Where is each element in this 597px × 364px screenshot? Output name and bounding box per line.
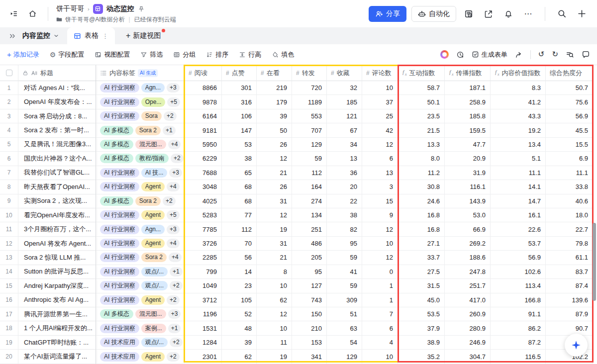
score-cell[interactable]: 56.9	[491, 251, 546, 265]
score-cell[interactable]: 15.5	[546, 138, 593, 152]
tags-cell[interactable]: AI 行业洞察Sora+2	[96, 109, 185, 123]
metric-cell[interactable]: 7	[362, 307, 398, 321]
score-cell[interactable]: 40.6	[546, 194, 593, 208]
metric-cell[interactable]: 23	[222, 279, 257, 293]
score-cell[interactable]: 280.9	[445, 321, 491, 335]
column-header-tags[interactable]: 内容标签AI 生成	[96, 65, 185, 81]
metric-cell[interactable]: 309	[327, 293, 362, 307]
row-number[interactable]: 11	[0, 222, 18, 236]
column-header-idx[interactable]	[0, 65, 18, 81]
metric-cell[interactable]: 1189	[292, 95, 327, 109]
metric-cell[interactable]: 62	[222, 350, 257, 364]
title-cell[interactable]: Anthropic 发布 AI Ag...	[18, 293, 96, 307]
metric-cell[interactable]: 486	[292, 237, 327, 251]
title-cell[interactable]: 实测Sora 2，这次现...	[18, 194, 96, 208]
metric-cell[interactable]: 106	[222, 109, 257, 123]
row-number[interactable]: 5	[0, 138, 18, 152]
score-cell[interactable]: 14.7	[491, 194, 546, 208]
metric-cell[interactable]: 62	[257, 293, 292, 307]
score-cell[interactable]: 31.5	[398, 279, 445, 293]
score-cell[interactable]: 87.4	[546, 279, 593, 293]
metric-cell[interactable]: 219	[257, 81, 292, 95]
tags-cell[interactable]: AI 行业洞察Agn...+3	[96, 222, 185, 236]
metric-cell[interactable]: 274	[292, 194, 327, 208]
new-view-button[interactable]: + 新建视图	[126, 27, 161, 44]
metric-cell[interactable]: 0	[362, 265, 398, 279]
score-cell[interactable]: 185.8	[445, 109, 491, 123]
metric-cell[interactable]: 19	[257, 222, 292, 236]
score-cell[interactable]: 87.9	[546, 307, 593, 321]
metric-cell[interactable]: 56	[222, 251, 257, 265]
title-cell[interactable]: 3个月圈粉百万，这个...	[18, 222, 96, 236]
column-header-content_value[interactable]: ƒx内容价值指数	[491, 65, 546, 81]
fill-color-button[interactable]: 填色	[272, 50, 294, 59]
score-cell[interactable]: 33.7	[398, 251, 445, 265]
score-cell[interactable]: 79.8	[546, 237, 593, 251]
score-cell[interactable]: 33.8	[546, 180, 593, 194]
score-cell[interactable]: 31.9	[445, 166, 491, 180]
metric-cell[interactable]: 316	[222, 95, 257, 109]
score-cell[interactable]: 56.9	[546, 109, 593, 123]
home-icon[interactable]	[25, 6, 40, 21]
score-cell[interactable]: 251.7	[445, 279, 491, 293]
metric-cell[interactable]: 13	[327, 152, 362, 166]
score-cell[interactable]: 19.2	[491, 123, 546, 137]
tags-cell[interactable]: AI 多模态教程/指南+2	[96, 152, 185, 166]
score-cell[interactable]: 30.8	[398, 180, 445, 194]
title-cell[interactable]: 某个AI新词流量爆了...	[18, 350, 96, 364]
title-cell[interactable]: 国庆出片神器？这个A...	[18, 152, 96, 166]
metric-cell[interactable]: 59	[327, 279, 362, 293]
history-icon[interactable]	[456, 51, 464, 59]
metric-cell[interactable]: 185	[327, 95, 362, 109]
more-icon[interactable]: ⋯	[521, 6, 536, 21]
metric-cell[interactable]: 53	[222, 138, 257, 152]
metric-cell[interactable]: 50	[257, 123, 292, 137]
metric-cell[interactable]: 12	[362, 138, 398, 152]
metric-cell[interactable]: 707	[292, 123, 327, 137]
score-cell[interactable]: 246.9	[445, 336, 491, 350]
metric-cell[interactable]: 6229	[185, 152, 222, 166]
metric-cell[interactable]: 5950	[185, 138, 222, 152]
title-cell[interactable]: 1 个人用AI编程开发的...	[18, 321, 96, 335]
tags-cell[interactable]: AI 行业洞察案例...+1	[96, 321, 185, 335]
metric-cell[interactable]: 147	[222, 123, 257, 137]
row-number[interactable]: 19	[0, 336, 18, 350]
score-cell[interactable]: 11.1	[491, 166, 546, 180]
score-cell[interactable]: 45.5	[546, 123, 593, 137]
column-header-heat[interactable]: 综合热度分	[546, 65, 593, 81]
add-icon[interactable]	[574, 6, 589, 21]
tab-more-icon[interactable]: ⋮	[102, 32, 108, 40]
score-cell[interactable]: 37.9	[398, 321, 445, 335]
score-cell[interactable]: 91.1	[491, 307, 546, 321]
metric-cell[interactable]: 95	[327, 237, 362, 251]
undo-icon[interactable]: ↺	[538, 51, 545, 58]
title-cell[interactable]: 对话 Agnes AI：“我...	[18, 81, 96, 95]
tags-cell[interactable]: AI 多模态Sora 2+1	[96, 123, 185, 137]
metric-cell[interactable]: 21	[257, 166, 292, 180]
metric-cell[interactable]: 15	[362, 194, 398, 208]
metric-cell[interactable]: 59	[292, 152, 327, 166]
metric-cell[interactable]: 720	[292, 81, 327, 95]
row-number[interactable]: 10	[0, 208, 18, 222]
metric-cell[interactable]: 3048	[185, 180, 222, 194]
metric-cell[interactable]: 54	[327, 336, 362, 350]
metric-cell[interactable]: 6	[362, 152, 398, 166]
tab-grid-view[interactable]: 表格 ⋮	[67, 27, 115, 44]
row-number[interactable]: 18	[0, 321, 18, 335]
notifications-bell-icon[interactable]	[501, 6, 516, 21]
metric-cell[interactable]: 19	[257, 350, 292, 364]
metric-cell[interactable]: 34	[327, 138, 362, 152]
metric-cell[interactable]: 129	[327, 350, 362, 364]
view-config-button[interactable]: 视图配置	[95, 50, 130, 59]
row-number[interactable]: 6	[0, 152, 18, 166]
generate-form-button[interactable]: 生成表单	[472, 50, 507, 59]
metric-cell[interactable]: 105	[222, 293, 257, 307]
sort-button[interactable]: 排序	[206, 50, 228, 59]
score-cell[interactable]: 58.7	[398, 81, 445, 95]
score-cell[interactable]: 35.2	[398, 350, 445, 364]
metric-cell[interactable]: 51	[327, 307, 362, 321]
metric-cell[interactable]: 14	[222, 265, 257, 279]
add-record-button[interactable]: + 添加记录	[7, 50, 39, 59]
row-number[interactable]: 17	[0, 307, 18, 321]
metric-cell[interactable]: 25	[362, 109, 398, 123]
